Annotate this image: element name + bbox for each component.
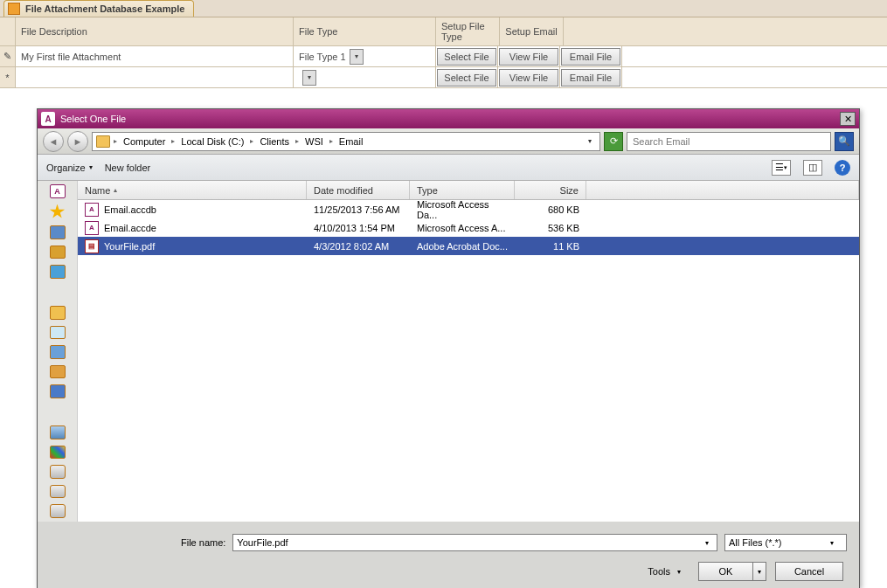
file-type: Microsoft Access A... xyxy=(410,221,515,235)
places-drive-e-icon[interactable] xyxy=(50,504,66,518)
places-computer-icon[interactable] xyxy=(50,425,66,439)
cell-description[interactable]: My First file Attachment xyxy=(16,46,294,66)
places-downloads-icon[interactable] xyxy=(50,246,66,259)
chevron-down-icon: ▾ xyxy=(677,568,681,576)
form-tab-label: File Attachment Database Example xyxy=(25,3,184,14)
email-file-button[interactable]: Email File xyxy=(561,48,620,66)
file-row[interactable]: AEmail.accdb 11/25/2013 7:56 AM Microsof… xyxy=(78,200,859,218)
file-name-input[interactable]: YourFile.pdf ▾ xyxy=(232,534,717,551)
grid-row[interactable]: ✎ My First file Attachment File Type 1 ▾… xyxy=(0,46,887,67)
search-input[interactable]: Search Email xyxy=(627,132,831,151)
file-date: 11/25/2013 7:56 AM xyxy=(307,203,410,217)
new-folder-button[interactable]: New folder xyxy=(105,163,151,173)
dialog-titlebar[interactable]: A Select One File ✕ xyxy=(38,109,859,128)
back-button[interactable]: ◄ xyxy=(43,131,64,152)
row-marker-new: * xyxy=(0,67,16,87)
places-desktop-icon[interactable] xyxy=(50,225,66,239)
places-pictures-icon[interactable] xyxy=(50,365,66,379)
breadcrumb[interactable]: ▸ Computer ▸ Local Disk (C:) ▸ Clients ▸… xyxy=(92,132,600,151)
view-options-button[interactable]: ☰▾ xyxy=(772,160,791,176)
dialog-title: Select One File xyxy=(60,114,840,124)
file-filter-dropdown[interactable]: All Files (*.*) ▾ xyxy=(724,534,847,551)
chevron-down-icon[interactable]: ▾ xyxy=(830,539,842,547)
file-size: 536 KB xyxy=(515,221,586,235)
file-type-value: File Type 1 xyxy=(299,52,346,62)
chevron-right-icon: ▸ xyxy=(170,137,177,145)
file-name: Email.accde xyxy=(104,223,156,233)
breadcrumb-local-disk[interactable]: Local Disk (C:) xyxy=(178,135,246,149)
form-tab[interactable]: File Attachment Database Example xyxy=(3,0,194,17)
places-favorites-icon[interactable] xyxy=(50,204,66,219)
places-drive-d-icon[interactable] xyxy=(50,485,66,499)
places-access-icon[interactable]: A xyxy=(50,184,66,198)
chevron-down-icon[interactable]: ▾ xyxy=(584,137,596,145)
places-windows-icon[interactable] xyxy=(50,446,66,460)
chevron-down-icon[interactable]: ▾ xyxy=(350,49,364,65)
places-documents-icon[interactable] xyxy=(50,326,66,340)
chevron-down-icon[interactable]: ▾ xyxy=(701,539,713,547)
file-type: Adobe Acrobat Doc... xyxy=(410,239,515,253)
chevron-right-icon: ▸ xyxy=(248,137,255,145)
col-name[interactable]: Name▴ xyxy=(78,181,307,199)
organize-menu[interactable]: Organize▾ xyxy=(46,163,93,173)
select-file-button[interactable]: Select File xyxy=(437,69,496,86)
select-file-button[interactable]: Select File xyxy=(437,48,496,66)
help-button[interactable]: ? xyxy=(835,160,850,176)
file-name-value: YourFile.pdf xyxy=(237,537,288,548)
filter-value: All Files (*.*) xyxy=(729,537,782,548)
ok-button[interactable]: OK xyxy=(698,562,752,581)
col-date-modified[interactable]: Date modified xyxy=(307,181,410,199)
file-size: 11 KB xyxy=(515,239,586,253)
close-button[interactable]: ✕ xyxy=(840,112,856,126)
places-bar: A xyxy=(38,181,78,522)
breadcrumb-clients[interactable]: Clients xyxy=(257,135,292,149)
dialog-footer: File name: YourFile.pdf ▾ All Files (*.*… xyxy=(38,522,859,588)
email-file-button[interactable]: Email File xyxy=(561,69,620,86)
places-libraries-icon[interactable] xyxy=(50,306,66,320)
datasheet: File Description File Type Setup File Ty… xyxy=(0,17,887,88)
sort-asc-icon: ▴ xyxy=(114,186,117,194)
file-row[interactable]: AEmail.accde 4/10/2013 1:54 PM Microsoft… xyxy=(78,218,859,237)
cancel-button[interactable]: Cancel xyxy=(775,562,843,581)
cell-description[interactable] xyxy=(16,67,294,87)
chevron-down-icon[interactable]: ▾ xyxy=(302,70,316,86)
grid-row-new[interactable]: * ▾ Select File View File Email File xyxy=(0,67,887,88)
col-setup-file-type[interactable]: Setup File Type xyxy=(436,17,500,45)
breadcrumb-wsi[interactable]: WSI xyxy=(302,135,326,149)
places-music-icon[interactable] xyxy=(50,345,66,359)
cell-file-type[interactable]: File Type 1 ▾ xyxy=(294,46,436,66)
file-date: 4/3/2012 8:02 AM xyxy=(307,239,410,253)
cell-file-type[interactable]: ▾ xyxy=(294,67,436,87)
places-dropbox-icon[interactable] xyxy=(50,265,66,279)
col-setup-email[interactable]: Setup Email xyxy=(500,17,564,45)
access-file-icon: A xyxy=(85,221,99,235)
file-list: Name▴ Date modified Type Size AEmail.acc… xyxy=(78,181,859,522)
ok-dropdown-button[interactable]: ▾ xyxy=(752,562,766,581)
file-row-selected[interactable]: ▤YourFile.pdf 4/3/2012 8:02 AM Adobe Acr… xyxy=(78,237,859,255)
file-date: 4/10/2013 1:54 PM xyxy=(307,221,410,235)
forward-button[interactable]: ► xyxy=(67,131,88,152)
places-drive-c-icon[interactable] xyxy=(50,465,66,479)
preview-pane-button[interactable]: ◫ xyxy=(803,160,822,176)
breadcrumb-email[interactable]: Email xyxy=(336,135,366,149)
file-size: 680 KB xyxy=(515,203,586,217)
breadcrumb-computer[interactable]: Computer xyxy=(121,135,168,149)
view-file-button[interactable]: View File xyxy=(499,48,558,66)
col-size[interactable]: Size xyxy=(515,181,586,199)
tools-menu[interactable]: Tools▾ xyxy=(648,566,681,577)
form-container: File Attachment Database Example File De… xyxy=(0,0,887,88)
view-file-button[interactable]: View File xyxy=(499,69,558,86)
dialog-toolbar: Organize▾ New folder ☰▾ ◫ ? xyxy=(38,155,859,181)
search-button[interactable]: 🔍 xyxy=(835,132,854,151)
refresh-button[interactable]: ⟳ xyxy=(604,132,623,151)
grid-header: File Description File Type Setup File Ty… xyxy=(0,17,887,46)
dialog-navbar: ◄ ► ▸ Computer ▸ Local Disk (C:) ▸ Clien… xyxy=(38,128,859,155)
chevron-right-icon: ▸ xyxy=(112,137,119,145)
col-file-type[interactable]: File Type xyxy=(294,17,436,45)
pencil-icon: ✎ xyxy=(3,51,11,62)
chevron-right-icon: ▸ xyxy=(328,137,335,145)
places-videos-icon[interactable] xyxy=(50,384,66,398)
chevron-right-icon: ▸ xyxy=(294,137,301,145)
asterisk-icon: * xyxy=(5,73,9,83)
col-file-description[interactable]: File Description xyxy=(16,17,294,45)
